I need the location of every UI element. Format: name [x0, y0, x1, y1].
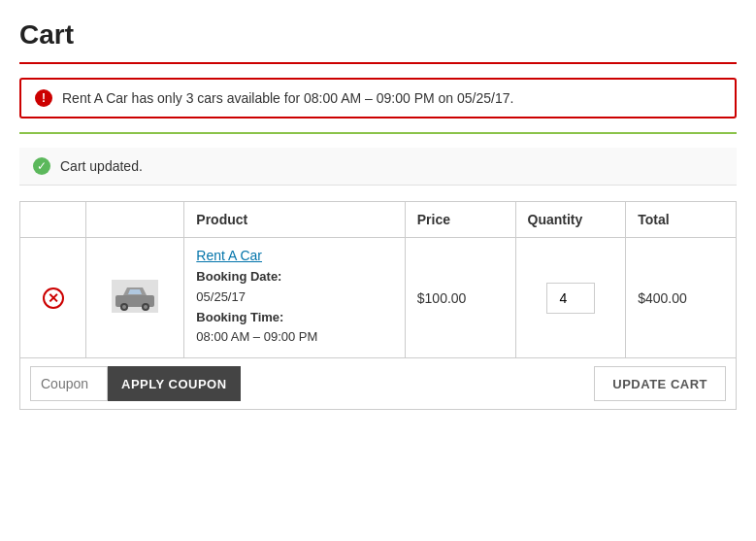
remove-cell: ✕ — [20, 238, 86, 358]
cart-table: Product Price Quantity Total ✕ — [19, 201, 737, 358]
product-cell: Rent A Car Booking Date: 05/25/17 Bookin… — [184, 238, 405, 358]
quantity-input[interactable] — [546, 283, 595, 314]
cart-footer: APPLY COUPON UPDATE CART — [19, 358, 737, 410]
image-cell — [86, 238, 184, 358]
booking-date-value: 05/25/17 — [196, 289, 246, 304]
product-detail: Booking Date: 05/25/17 Booking Time: 08:… — [196, 267, 392, 348]
top-divider — [19, 62, 737, 64]
svg-point-4 — [122, 305, 126, 309]
col-header-quantity: Quantity — [515, 202, 626, 238]
product-name-link[interactable]: Rent A Car — [196, 248, 392, 263]
remove-button[interactable]: ✕ — [43, 287, 64, 309]
total-cell: $400.00 — [626, 238, 737, 358]
col-header-remove — [20, 202, 86, 238]
success-text: Cart updated. — [60, 158, 143, 174]
col-header-total: Total — [626, 202, 737, 238]
success-icon: ✓ — [33, 157, 50, 175]
apply-coupon-button[interactable]: APPLY COUPON — [108, 366, 241, 401]
booking-time-label: Booking Time: — [196, 310, 283, 324]
price-cell: $100.00 — [405, 238, 515, 358]
quantity-cell[interactable] — [515, 238, 626, 358]
coupon-input[interactable] — [30, 366, 108, 401]
second-divider — [19, 132, 737, 134]
col-header-price: Price — [405, 202, 515, 238]
product-image — [112, 280, 158, 313]
page-title: Cart — [19, 19, 737, 51]
booking-date-label: Booking Date: — [196, 269, 281, 284]
col-header-product: Product — [184, 202, 405, 238]
total-value: $400.00 — [638, 290, 687, 306]
error-text: Rent A Car has only 3 cars available for… — [62, 90, 513, 106]
update-cart-button[interactable]: UPDATE CART — [594, 366, 726, 401]
error-notice: ! Rent A Car has only 3 cars available f… — [19, 78, 737, 118]
booking-time-value: 08:00 AM – 09:00 PM — [196, 329, 317, 344]
col-header-image — [86, 202, 184, 238]
error-icon: ! — [35, 89, 52, 107]
price-value: $100.00 — [417, 290, 467, 306]
success-notice: ✓ Cart updated. — [19, 148, 737, 186]
table-row: ✕ — [20, 238, 737, 358]
svg-point-5 — [144, 305, 148, 309]
